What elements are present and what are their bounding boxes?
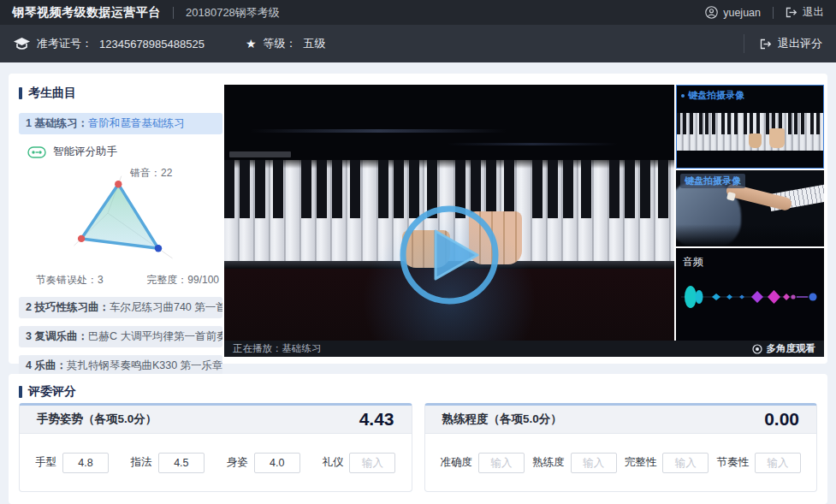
song-name: 莫扎特钢琴奏鸣曲K330 第一乐章 xyxy=(67,359,222,371)
score-input-posture[interactable] xyxy=(254,453,300,473)
level-label: 等级： xyxy=(263,36,296,51)
score-input-proficiency[interactable] xyxy=(571,453,617,473)
song-index: 3 xyxy=(26,330,32,342)
logout-label: 退出 xyxy=(803,5,824,20)
ai-assistant-icon xyxy=(27,146,46,158)
song-type: 技巧性练习曲： xyxy=(34,301,110,313)
scoring-panel: 评委评分 手势姿势（各项5.0分） 4.43 手型 指法 身姿 礼仪 熟练程度（… xyxy=(9,374,827,504)
field-label-posture: 身姿 xyxy=(227,455,248,470)
field-label-accuracy: 准确度 xyxy=(441,455,473,470)
thumb1-label: 键盘拍摄录像 xyxy=(688,89,744,102)
repertoire-list: 考生曲目 1 基础练习：音阶和琶音基础练习 智能评分助手 错音：22 节奏错误处… xyxy=(19,86,222,377)
section-bar xyxy=(19,386,22,398)
graduation-cap-icon xyxy=(14,38,30,50)
field-label-proficiency: 熟练度 xyxy=(532,455,565,470)
radar-svg xyxy=(24,169,195,270)
ai-assistant-label: 智能评分助手 xyxy=(53,145,117,159)
play-button[interactable] xyxy=(397,203,501,307)
song-index: 2 xyxy=(26,301,32,313)
song-name: 车尔尼练习曲740 第一首 xyxy=(110,301,222,313)
radar-label-wrong-notes: 错音：22 xyxy=(130,166,172,181)
song-type: 复调乐曲： xyxy=(34,330,88,342)
logout-icon xyxy=(786,7,797,18)
user-menu[interactable]: yuejuan xyxy=(705,6,761,19)
active-dot xyxy=(681,94,685,98)
app-title: 钢琴视频考级数据运营平台 xyxy=(12,5,161,21)
level-group: ★ 等级： 五级 xyxy=(246,36,326,51)
song-type: 基础练习： xyxy=(34,117,88,129)
thumb-hand xyxy=(749,133,762,148)
navbar-divider xyxy=(773,7,774,19)
multi-angle-button[interactable]: 多角度观看 xyxy=(752,342,816,355)
field-label-etiquette: 礼仪 xyxy=(322,455,343,470)
thumb-piano-black-keys xyxy=(677,113,824,134)
exit-scoring-label: 退出评分 xyxy=(778,36,822,51)
field-label-rhythm: 节奏性 xyxy=(716,455,749,470)
song-item-3[interactable]: 3 复调乐曲：巴赫C 大调平均律第一首前奏曲 xyxy=(19,326,222,347)
keyboard-camera-thumb-2[interactable]: 键盘拍摄录像 xyxy=(676,170,824,246)
card-title: 手势姿势（各项5.0分） xyxy=(37,412,157,427)
piano-reflection xyxy=(447,143,618,145)
shade xyxy=(676,224,824,246)
multi-angle-label: 多角度观看 xyxy=(767,342,816,355)
field-label-hand-shape: 手型 xyxy=(35,455,56,470)
video-area: 键盘拍摄录像 键盘拍摄录像 音频 xyxy=(224,85,824,357)
audio-waveform xyxy=(679,279,821,315)
scoring-title: 评委评分 xyxy=(28,384,76,400)
now-playing-label: 正在播放： xyxy=(233,343,282,353)
song-item-1[interactable]: 1 基础练习：音阶和琶音基础练习 xyxy=(19,113,222,134)
piano-reflection xyxy=(250,129,507,133)
thumb2-label: 键盘拍摄录像 xyxy=(680,174,745,188)
exit-scoring-icon xyxy=(760,39,772,50)
session-name: 20180728钢琴考级 xyxy=(186,5,280,21)
radar-label-completeness: 完整度：99/100 xyxy=(146,273,219,288)
scoring-header: 评委评分 xyxy=(19,384,76,400)
keyboard-camera-thumb-1[interactable]: 键盘拍摄录像 xyxy=(676,85,824,169)
radar-chart: 错音：22 节奏错误处：3 完整度：99/100 xyxy=(19,163,222,289)
radar-label-rhythm-errors: 节奏错误处：3 xyxy=(36,273,104,288)
exam-info-bar: 准考证号： 12345678985488525 ★ 等级： 五级 退出评分 xyxy=(0,25,836,62)
card-title: 熟练程度（各项5.0分） xyxy=(442,412,562,427)
gesture-posture-card: 手势姿势（各项5.0分） 4.43 手型 指法 身姿 礼仪 xyxy=(19,403,412,492)
song-name: 巴赫C 大调平均律第一首前奏曲 xyxy=(88,330,222,342)
score-input-hand-shape[interactable] xyxy=(62,453,109,473)
audio-track-panel[interactable]: 音频 xyxy=(676,248,824,341)
logout-button[interactable]: 退出 xyxy=(786,5,824,20)
card-total-score: 4.43 xyxy=(359,409,394,430)
proficiency-card: 熟练程度（各项5.0分） 0.00 准确度 熟练度 完整性 节奏性 xyxy=(424,403,818,492)
field-label-completeness: 完整性 xyxy=(625,455,657,470)
exam-panel: 考生曲目 1 基础练习：音阶和琶音基础练习 智能评分助手 错音：22 节奏错误处… xyxy=(9,74,827,364)
top-navbar: 钢琴视频考级数据运营平台 20180728钢琴考级 yuejuan 退出 xyxy=(0,0,836,25)
user-circle-icon xyxy=(705,6,718,19)
navbar-divider xyxy=(173,7,174,19)
repertoire-title: 考生曲目 xyxy=(28,86,76,101)
card-total-score: 0.00 xyxy=(764,409,799,430)
score-input-fingering[interactable] xyxy=(158,453,205,473)
app-window: 钢琴视频考级数据运营平台 20180728钢琴考级 yuejuan 退出 xyxy=(0,0,836,504)
user-name: yuejuan xyxy=(723,7,761,19)
score-input-completeness[interactable] xyxy=(662,453,709,473)
star-icon: ★ xyxy=(246,37,257,50)
song-index: 1 xyxy=(26,117,32,129)
song-type: 乐曲： xyxy=(34,359,67,371)
now-playing-value: 基础练习 xyxy=(282,343,322,353)
song-index: 4 xyxy=(26,359,32,371)
song-name: 音阶和琶音基础练习 xyxy=(88,117,185,129)
score-input-accuracy[interactable] xyxy=(478,453,525,473)
score-input-rhythm[interactable] xyxy=(755,453,801,473)
main-video-player[interactable] xyxy=(224,85,674,341)
song-item-2[interactable]: 2 技巧性练习曲：车尔尼练习曲740 第一首 xyxy=(19,297,222,318)
scoring-cards: 手势姿势（各项5.0分） 4.43 手型 指法 身姿 礼仪 熟练程度（各项5.0… xyxy=(19,403,817,492)
video-status-bar: 正在播放：基础练习 多角度观看 xyxy=(224,341,824,357)
score-input-etiquette[interactable] xyxy=(349,453,395,473)
exit-scoring-button[interactable]: 退出评分 xyxy=(744,34,822,53)
section-bar xyxy=(19,87,22,99)
ticket-number: 12345678985488525 xyxy=(99,38,205,50)
ticket-group: 准考证号： 12345678985488525 xyxy=(14,36,205,51)
multi-angle-icon xyxy=(752,344,762,354)
ticket-label: 准考证号： xyxy=(37,36,92,51)
repertoire-header: 考生曲目 xyxy=(19,86,222,101)
thumb-hand xyxy=(769,128,785,148)
ai-assistant-toggle[interactable]: 智能评分助手 xyxy=(27,145,222,159)
camera-angle-column: 键盘拍摄录像 键盘拍摄录像 音频 xyxy=(676,85,824,341)
